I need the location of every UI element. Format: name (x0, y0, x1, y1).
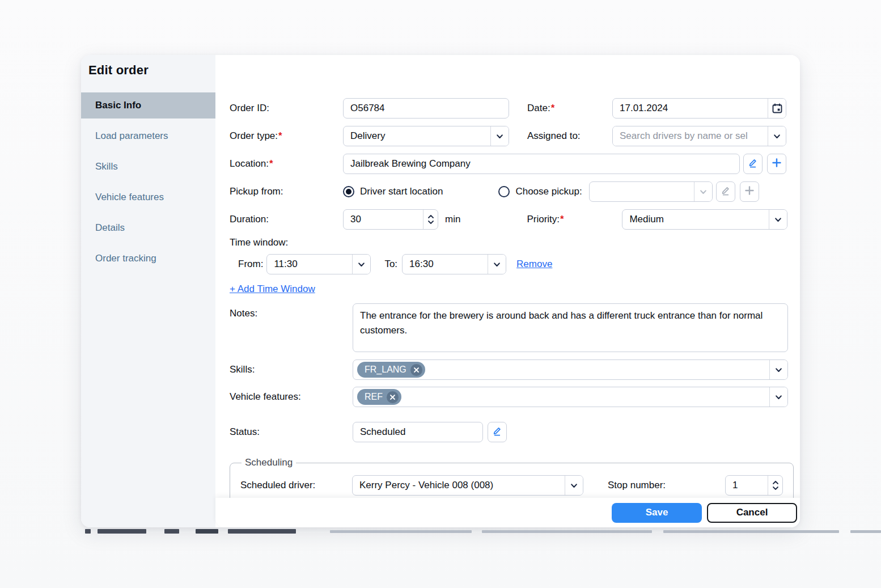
chevron-down-icon[interactable] (769, 387, 787, 407)
dialog-footer: Save Cancel (215, 498, 800, 527)
order-id-label: Order ID: (230, 103, 343, 114)
remove-tag-icon[interactable] (387, 391, 399, 403)
background-fragment (85, 529, 91, 534)
date-field[interactable]: 17.01.2024 (612, 98, 786, 119)
sidebar-item-load-parameters[interactable]: Load parameters (81, 123, 215, 149)
assigned-to-combobox[interactable] (612, 126, 786, 146)
dialog-body: Order ID: Date:* 17.01.2024 Order type:*… (215, 55, 800, 527)
pencil-icon (748, 158, 758, 170)
background-fragment (196, 529, 218, 534)
priority-value: Medium (622, 214, 769, 225)
duration-unit: min (445, 214, 460, 225)
assigned-to-label: Assigned to: (527, 130, 612, 142)
time-window-from-label: From: (238, 259, 263, 270)
time-to-select[interactable]: 16:30 (402, 254, 506, 274)
dialog-title: Edit order (81, 55, 215, 78)
chevron-down-icon (352, 255, 370, 274)
notes-textarea[interactable] (353, 303, 788, 352)
status-input[interactable] (353, 422, 483, 442)
sidebar-item-label: Load parameters (95, 130, 168, 142)
background-fragment (98, 529, 146, 534)
duration-value: 30 (344, 214, 423, 225)
priority-label: Priority:* (527, 214, 612, 225)
remove-time-window-link[interactable]: Remove (516, 259, 552, 270)
choose-pickup-add-button (740, 181, 759, 202)
duration-stepper[interactable]: 30 (343, 209, 438, 230)
stop-number-value: 1 (726, 480, 768, 491)
background-bar (330, 530, 472, 533)
priority-select[interactable]: Medium (622, 209, 787, 230)
sidebar-nav: Basic Info Load parameters Skills Vehicl… (81, 92, 215, 272)
required-asterisk: * (278, 130, 282, 141)
choose-pickup-edit-button (716, 181, 735, 202)
stepper-arrows-icon[interactable] (768, 476, 782, 495)
order-type-label: Order type:* (230, 130, 343, 142)
radio-choose-pickup[interactable] (498, 186, 510, 197)
time-to-value: 16:30 (403, 259, 488, 270)
time-from-select[interactable]: 11:30 (266, 254, 371, 274)
choose-pickup-select (589, 181, 713, 202)
calendar-icon[interactable] (768, 99, 786, 118)
remove-tag-icon[interactable] (410, 364, 422, 376)
chevron-down-icon (694, 182, 712, 201)
plus-icon (744, 185, 755, 198)
radio-driver-start-location[interactable] (343, 186, 354, 197)
add-time-window-link[interactable]: + Add Time Window (230, 284, 315, 294)
chevron-down-icon (490, 126, 509, 146)
background-fragment (164, 529, 179, 534)
location-add-button[interactable] (767, 154, 786, 174)
time-from-value: 11:30 (267, 259, 352, 270)
sidebar-item-label: Order tracking (95, 253, 156, 264)
skill-tag: FR_LANG (357, 362, 425, 378)
required-asterisk: * (269, 158, 273, 169)
sidebar-item-skills[interactable]: Skills (81, 154, 215, 180)
vehicle-feature-tag-label: REF (365, 392, 383, 402)
status-label: Status: (230, 426, 343, 438)
radio-driver-start-location-label: Driver start location (360, 186, 443, 197)
background-page-sliver (85, 528, 881, 535)
chevron-down-icon (769, 210, 787, 229)
required-asterisk: * (560, 214, 564, 225)
pickup-from-label: Pickup from: (230, 186, 343, 197)
edit-order-dialog: Edit order Basic Info Load parameters Sk… (81, 55, 800, 527)
required-asterisk: * (551, 103, 555, 113)
location-label: Location:* (230, 158, 343, 170)
location-input[interactable] (343, 154, 740, 174)
sidebar-item-vehicle-features[interactable]: Vehicle features (81, 184, 215, 210)
plus-icon (772, 158, 782, 170)
location-edit-button[interactable] (743, 154, 763, 174)
scheduled-driver-value: Kerry Percy - Vehicle 008 (008) (353, 480, 565, 491)
sidebar-item-label: Details (95, 222, 125, 234)
sidebar-item-details[interactable]: Details (81, 215, 215, 241)
order-type-select[interactable]: Delivery (343, 126, 509, 146)
order-type-value: Delivery (344, 130, 490, 142)
skills-multiselect[interactable]: FR_LANG (353, 359, 788, 380)
sidebar-item-order-tracking[interactable]: Order tracking (81, 246, 215, 272)
scheduling-legend: Scheduling (242, 457, 296, 468)
status-edit-button[interactable] (488, 422, 507, 442)
vehicle-features-label: Vehicle features: (230, 391, 343, 403)
chevron-down-icon[interactable] (769, 360, 787, 379)
assigned-to-input[interactable] (613, 126, 768, 146)
radio-choose-pickup-label: Choose pickup: (515, 186, 582, 197)
scheduled-driver-select[interactable]: Kerry Percy - Vehicle 008 (008) (352, 475, 583, 496)
background-bar (482, 530, 652, 533)
skill-tag-label: FR_LANG (365, 365, 406, 375)
pencil-icon (492, 426, 502, 438)
chevron-down-icon (488, 255, 506, 274)
save-button[interactable]: Save (612, 503, 702, 523)
notes-label: Notes: (230, 303, 343, 319)
scheduled-driver-label: Scheduled driver: (240, 480, 352, 491)
stop-number-stepper[interactable]: 1 (725, 475, 783, 496)
pencil-icon (721, 185, 731, 198)
duration-label: Duration: (230, 214, 343, 225)
order-id-input[interactable] (343, 98, 509, 119)
cancel-button[interactable]: Cancel (707, 503, 797, 523)
date-label: Date:* (527, 103, 612, 114)
stepper-arrows-icon[interactable] (423, 210, 438, 229)
chevron-down-icon[interactable] (768, 126, 786, 146)
chevron-down-icon (565, 476, 583, 495)
sidebar-item-basic-info[interactable]: Basic Info (81, 92, 215, 119)
vehicle-features-multiselect[interactable]: REF (353, 387, 788, 407)
sidebar-item-label: Skills (95, 161, 118, 172)
